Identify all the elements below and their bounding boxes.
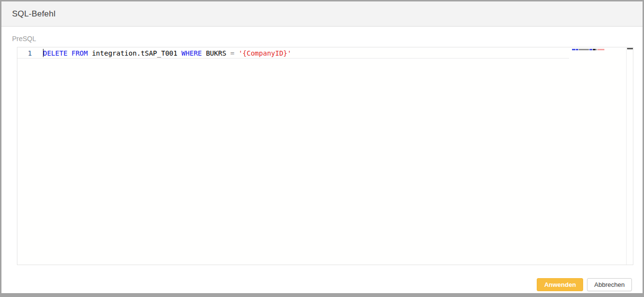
code-token-keyword: DELETE: [43, 49, 68, 57]
code-token-string: '{CompanyID}': [239, 49, 292, 57]
minimap-segment: [579, 49, 589, 50]
editor-vertical-scrollbar[interactable]: [626, 47, 633, 265]
line-number: 1: [17, 47, 43, 58]
minimap-segment: [572, 49, 575, 50]
presql-label: PreSQL: [12, 35, 36, 43]
code-token-plain: integration.tSAP_T001: [88, 49, 182, 57]
minimap-segment: [596, 49, 597, 50]
editor-minimap[interactable]: [572, 48, 604, 50]
cancel-button[interactable]: Abbrechen: [587, 278, 632, 291]
code-token-plain: [234, 49, 238, 57]
sql-code-line[interactable]: DELETE FROM integration.tSAP_T001 WHERE …: [43, 48, 625, 58]
active-line-underline: [17, 58, 569, 59]
code-token-plain: [68, 49, 72, 57]
sql-command-dialog: SQL-Befehl PreSQL 1 DELETE FROM integrat…: [0, 0, 644, 297]
line-number-gutter: 1: [17, 47, 43, 265]
minimap-segment: [589, 49, 592, 50]
dialog-title-bar: SQL-Befehl: [1, 1, 643, 27]
minimap-segment: [598, 49, 604, 50]
code-token-keyword: WHERE: [182, 49, 202, 57]
code-token-keyword: FROM: [72, 49, 88, 57]
scrollbar-thumb[interactable]: [627, 48, 633, 49]
code-token-plain: BUKRS: [202, 49, 230, 57]
text-cursor-caret: [43, 49, 43, 57]
dialog-footer: Anwenden Abbrechen: [537, 278, 632, 291]
apply-button[interactable]: Anwenden: [537, 278, 583, 291]
dialog-title: SQL-Befehl: [12, 9, 56, 19]
minimap-segment: [576, 49, 578, 50]
code-token-operator: =: [230, 49, 234, 57]
minimap-segment: [593, 49, 596, 50]
sql-code-editor[interactable]: 1 DELETE FROM integration.tSAP_T001 WHER…: [17, 47, 633, 265]
